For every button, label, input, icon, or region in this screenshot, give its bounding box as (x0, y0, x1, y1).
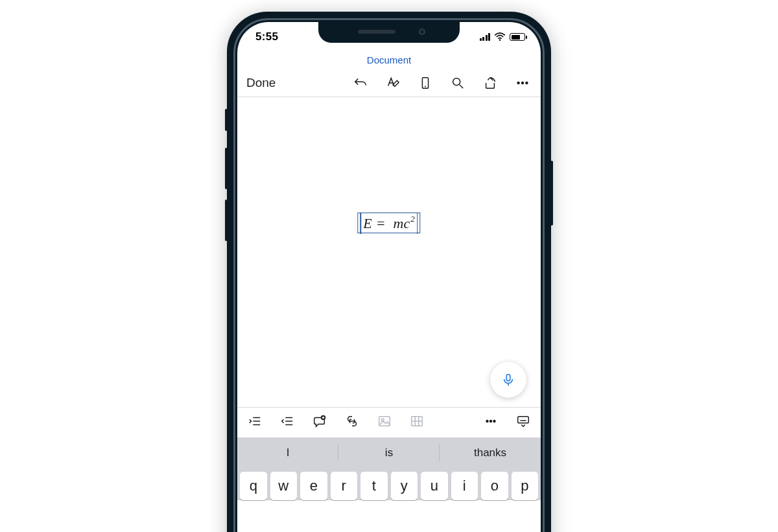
equation-lhs: E (363, 215, 371, 232)
document-canvas[interactable]: E = mc2 (237, 97, 541, 407)
keyboard-key[interactable]: i (451, 472, 478, 500)
share-icon[interactable] (482, 75, 498, 91)
svg-rect-19 (379, 417, 390, 426)
suggestion-item[interactable]: thanks (440, 438, 541, 468)
svg-rect-28 (518, 417, 529, 423)
mobile-view-icon[interactable] (418, 75, 433, 91)
equation-op: = (376, 215, 386, 232)
notch (318, 22, 460, 43)
status-time: 5:55 (255, 30, 278, 43)
equation-object[interactable]: E = mc2 (357, 213, 420, 233)
suggestion-item[interactable]: is (338, 438, 440, 468)
keyboard-key[interactable]: q (240, 472, 267, 500)
svg-point-6 (522, 82, 524, 84)
status-icons (480, 32, 526, 41)
volume-down-button (225, 200, 228, 241)
svg-point-26 (490, 421, 492, 422)
undo-icon[interactable] (353, 75, 368, 91)
svg-rect-8 (506, 375, 510, 381)
svg-point-3 (453, 78, 460, 85)
microphone-icon (501, 373, 515, 387)
battery-icon (510, 33, 525, 41)
speaker-grill (358, 30, 395, 34)
keyboard-suggestion-bar: I is thanks (237, 438, 541, 468)
top-toolbar: Done (237, 69, 541, 97)
keyboard-key[interactable]: u (421, 472, 448, 500)
front-camera (419, 29, 425, 35)
format-toolbar (237, 407, 541, 438)
comment-add-icon[interactable] (312, 414, 327, 431)
screen: 5:55 Document Done (237, 22, 541, 532)
suggestion-item[interactable]: I (237, 438, 338, 468)
keyboard-key[interactable]: r (331, 472, 358, 500)
document-title[interactable]: Document (237, 52, 541, 69)
cellular-signal-icon (480, 33, 491, 41)
svg-point-7 (526, 82, 528, 84)
keyboard-key[interactable]: o (481, 472, 508, 500)
equation-rhs-exp: 2 (410, 214, 415, 224)
keyboard-key[interactable]: p (512, 472, 539, 500)
dictation-button[interactable] (490, 362, 526, 398)
indent-increase-icon[interactable] (248, 414, 262, 431)
equation-rhs-base: mc (394, 215, 410, 232)
keyboard-key[interactable]: y (391, 472, 418, 500)
image-insert-icon[interactable] (377, 414, 392, 431)
dismiss-keyboard-icon[interactable] (516, 414, 530, 431)
phone-frame: 5:55 Document Done (227, 12, 551, 532)
ring-switch (225, 109, 228, 131)
keyboard-key[interactable]: e (300, 472, 327, 500)
format-more-icon[interactable] (484, 414, 498, 431)
svg-point-27 (493, 421, 495, 422)
text-format-icon[interactable] (385, 75, 401, 91)
table-insert-icon[interactable] (410, 414, 424, 431)
svg-line-4 (460, 84, 464, 88)
power-button (550, 161, 553, 226)
done-button[interactable]: Done (246, 76, 276, 90)
wifi-icon (494, 32, 506, 41)
svg-point-0 (499, 40, 501, 41)
search-icon[interactable] (450, 75, 466, 91)
svg-point-5 (517, 82, 519, 84)
more-icon[interactable] (515, 75, 530, 91)
link-icon[interactable] (345, 414, 359, 431)
keyboard-row: q w e r t y u i o p (237, 468, 541, 500)
keyboard-key[interactable]: w (270, 472, 298, 500)
svg-point-25 (486, 421, 488, 422)
keyboard-key[interactable]: t (360, 472, 388, 500)
indent-decrease-icon[interactable] (280, 414, 294, 431)
volume-up-button (225, 148, 228, 189)
